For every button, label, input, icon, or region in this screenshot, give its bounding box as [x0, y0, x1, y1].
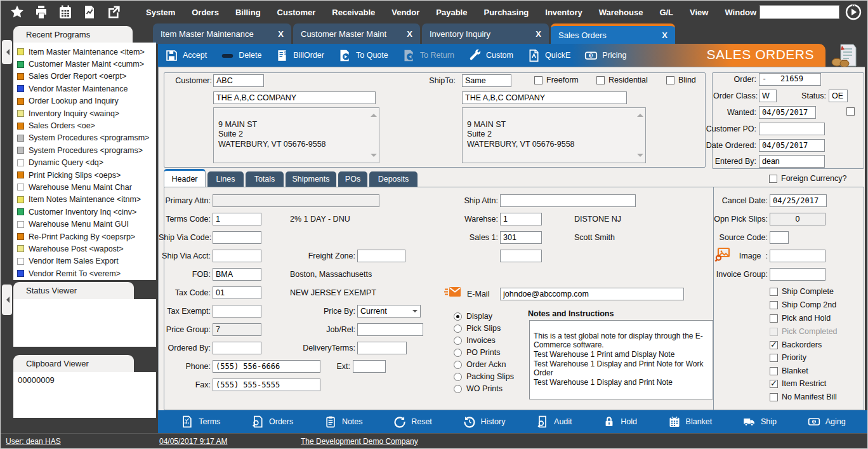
scroll-up-icon[interactable] [371, 111, 377, 117]
ship-via-code-input[interactable] [213, 231, 261, 244]
tab-item-master-maintenance[interactable]: Item Master Maintenance X [153, 23, 291, 44]
fob-input[interactable] [213, 268, 261, 281]
go-button-icon[interactable] [845, 3, 862, 21]
radio-po-prints[interactable]: PO Prints [454, 348, 501, 357]
scroll-down-icon[interactable] [371, 154, 377, 160]
tab-customer-master-maint[interactable]: Customer Master Maint X [293, 23, 420, 44]
cancel-date-input[interactable] [770, 194, 827, 207]
recent-program-item[interactable]: Sales Order Report <oerpt> [13, 70, 156, 83]
subtab-lines[interactable]: Lines [207, 171, 244, 187]
recent-program-item[interactable]: Vendor Item Sales Export [13, 255, 156, 267]
freight-zone-input[interactable] [357, 250, 405, 262]
invoice-group-input[interactable] [770, 268, 825, 281]
history-button[interactable]: History [463, 415, 506, 428]
item-restrict-checkbox[interactable]: Item Restrict [770, 379, 826, 388]
recent-program-item[interactable]: Dynamic Query <dq> [13, 157, 156, 169]
wanted-checkbox[interactable] [846, 107, 855, 116]
print-icon[interactable] [34, 4, 49, 20]
price-by-select[interactable]: Current [357, 305, 421, 318]
billorder-button[interactable]: $ BillOrder [268, 49, 331, 62]
customer-name-input[interactable] [213, 91, 376, 104]
tax-code-input[interactable] [213, 286, 261, 299]
recent-program-item[interactable]: Item Master Maintenance <item> [13, 46, 156, 58]
audit-button[interactable]: Audit [536, 415, 572, 428]
source-code-input[interactable] [770, 231, 789, 244]
recent-program-item[interactable]: Inventory Inquiry <wainq> [13, 107, 156, 119]
sales1-input[interactable] [500, 231, 542, 244]
wanted-date-input[interactable] [759, 106, 816, 119]
subtab-totals[interactable]: Totals [246, 171, 284, 187]
shipto-address-box[interactable]: 9 MAIN ST Suite 2 WATERBURY, VT 05676-95… [462, 107, 646, 163]
image-input[interactable] [770, 250, 825, 262]
recent-program-item[interactable]: Sales Orders <oe> [13, 119, 156, 131]
menu-gl[interactable]: G/L [651, 8, 681, 17]
phone-input[interactable] [213, 360, 320, 373]
menu-window[interactable]: Window [716, 8, 765, 17]
close-tab-icon[interactable]: X [655, 30, 667, 40]
recent-program-item[interactable]: Vendor Remit To <verem> [13, 267, 156, 279]
radio-wo-prints[interactable]: WO Prints [454, 384, 503, 393]
aging-button[interactable]: $ Aging [808, 415, 846, 428]
close-tab-icon[interactable]: X [529, 29, 541, 39]
no-manifest-bill-checkbox[interactable]: No Manifest Bill [770, 392, 837, 401]
ship-button[interactable]: Ship [743, 415, 777, 428]
scroll-up-icon[interactable] [637, 111, 643, 117]
close-tab-icon[interactable]: X [272, 29, 284, 39]
terms-button[interactable]: Terms [181, 415, 220, 428]
image-search-icon[interactable] [714, 246, 731, 263]
radio-invoices[interactable]: Invoices [454, 336, 496, 345]
external-link-icon[interactable] [106, 4, 121, 20]
report-icon[interactable] [82, 4, 97, 20]
notes-textarea[interactable]: This is a test global note for display t… [529, 320, 713, 399]
recent-program-item[interactable]: Re-Print Packing By <oepsrp> [13, 231, 156, 243]
status-datetime-link[interactable]: 04/05/2017 9:17 AM [159, 437, 227, 446]
subtab-shipments[interactable]: Shipments [286, 171, 336, 187]
terms-code-input[interactable] [213, 213, 261, 225]
recent-program-item[interactable]: Print Picking Slips <oeps> [13, 169, 156, 181]
recent-program-item[interactable]: Warehouse Menu Maint GUI [13, 218, 156, 230]
status-viewer-body[interactable] [13, 299, 156, 347]
notes-button[interactable]: Notes [324, 415, 363, 428]
recent-program-item[interactable]: System Procedures <programsm> [13, 132, 156, 144]
scrollbar[interactable] [371, 111, 377, 160]
menu-purchasing[interactable]: Purchasing [475, 8, 537, 17]
menu-vendor[interactable]: Vendor [383, 8, 428, 17]
customer-address-box[interactable]: 9 MAIN ST Suite 2 WATERBURY, VT 05676-95… [213, 107, 379, 163]
blanket-button[interactable]: Blanket [668, 415, 713, 428]
ext-input[interactable] [353, 360, 386, 373]
shipto-code-input[interactable] [462, 74, 511, 87]
recent-program-item[interactable]: Customer Inventory Inq <cinv> [13, 206, 156, 218]
status-user-link[interactable]: User: dean HAS [6, 437, 61, 446]
menu-inventory[interactable]: Inventory [537, 8, 591, 17]
favorites-star-icon[interactable] [10, 4, 25, 20]
custom-button[interactable]: Custom [461, 49, 520, 62]
menu-billing[interactable]: Billing [227, 8, 269, 17]
menu-warehouse[interactable]: Warehouse [591, 8, 652, 17]
pick-and-hold-checkbox[interactable]: Pick and Hold [770, 314, 831, 323]
menu-orders[interactable]: Orders [183, 8, 227, 17]
recent-program-item[interactable]: Warehouse Menu Maint Char [13, 181, 156, 193]
customer-po-input[interactable] [759, 123, 825, 135]
sales-orders-ledger-icon[interactable] [831, 43, 858, 67]
close-tab-icon[interactable]: X [400, 29, 412, 39]
residential-checkbox[interactable]: Residential [596, 76, 648, 84]
radio-packing-slips[interactable]: Packing Slips [454, 372, 514, 381]
hold-button[interactable]: Hold [603, 415, 637, 428]
ship-via-acct-input[interactable] [213, 250, 261, 262]
quick-launch-input[interactable] [760, 5, 839, 19]
sidebar-collapse-handle[interactable] [2, 40, 12, 64]
reset-button[interactable]: Reset [393, 415, 432, 428]
to-quote-button[interactable]: To Quote [331, 49, 395, 62]
freeform-checkbox[interactable]: Freeform [534, 76, 579, 84]
date-ordered-input[interactable] [759, 139, 825, 152]
ship-comp-2nd-checkbox[interactable]: Ship Comp 2nd [770, 300, 836, 309]
menu-receivable[interactable]: Receivable [324, 8, 383, 17]
status-input[interactable] [829, 90, 848, 102]
orders-button[interactable]: Orders [251, 415, 293, 428]
sidebar-collapse-handle[interactable] [2, 285, 12, 315]
recent-program-item[interactable]: Order Lookup and Inquiry [13, 95, 156, 107]
scrollbar[interactable] [637, 111, 643, 160]
ship-attn-input[interactable] [500, 194, 636, 207]
radio-order-ackn[interactable]: Order Ackn [454, 360, 506, 369]
recent-program-item[interactable]: Warehouse Post <wapost> [13, 243, 156, 255]
